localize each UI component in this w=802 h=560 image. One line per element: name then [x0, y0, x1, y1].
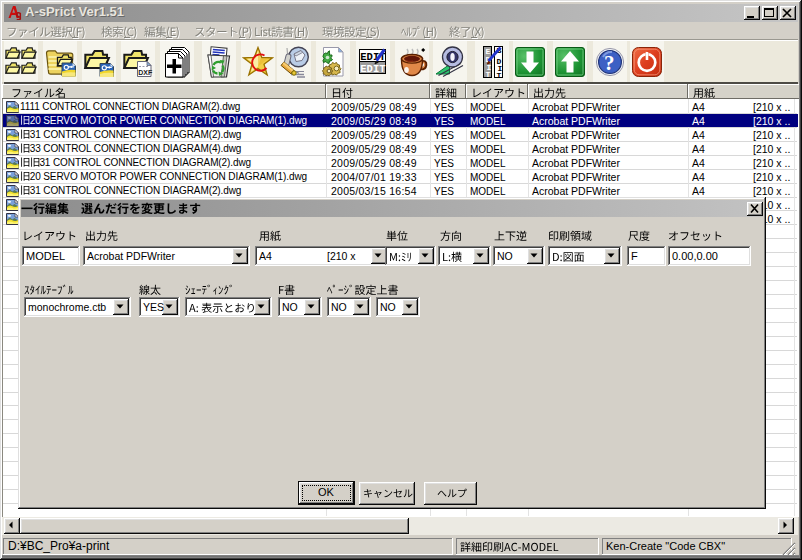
svg-text:T: T [486, 70, 491, 78]
svg-text:T: T [497, 71, 502, 78]
svg-text:EDIT: EDIT [360, 63, 385, 75]
svg-text:DXF: DXF [138, 69, 153, 76]
svg-text:?: ? [604, 51, 615, 75]
